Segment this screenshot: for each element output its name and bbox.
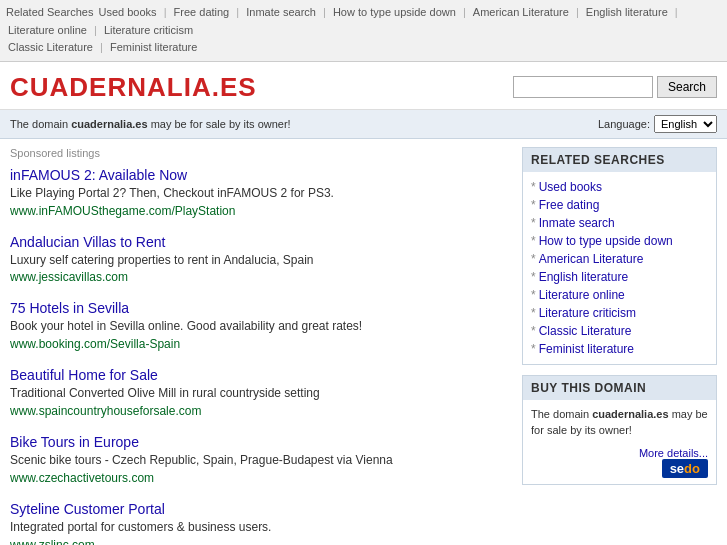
sep2: |	[236, 6, 242, 18]
sponsored-label: Sponsored listings	[10, 147, 510, 159]
bullet-5: *	[531, 270, 536, 284]
bullet-7: *	[531, 306, 536, 320]
bullet-1: *	[531, 198, 536, 212]
nav-link-used-books[interactable]: Used books	[99, 6, 157, 18]
related-searches-label: Related Searches	[6, 6, 93, 18]
buy-domain-text: The domain cuadernalia.es may be for sal…	[531, 406, 708, 439]
nav-link-classic-lit[interactable]: Classic Literature	[8, 41, 93, 53]
bullet-6: *	[531, 288, 536, 302]
left-content: Sponsored listings inFAMOUS 2: Available…	[10, 147, 510, 545]
ad-title-5[interactable]: Syteline Customer Portal	[10, 501, 165, 517]
nav-link-how-type[interactable]: How to type upside down	[333, 6, 456, 18]
sep8: |	[100, 41, 106, 53]
site-logo: CUADERNALIA.ES	[10, 72, 257, 103]
related-searches-box: RELATED SEARCHES *Used books *Free datin…	[522, 147, 717, 365]
main-content: Sponsored listings inFAMOUS 2: Available…	[0, 139, 727, 545]
nav-link-feminist-lit[interactable]: Feminist literature	[110, 41, 197, 53]
right-sidebar: RELATED SEARCHES *Used books *Free datin…	[522, 147, 717, 545]
ad-url-5: www.zslinc.com	[10, 538, 510, 545]
nav-link-lit-criticism[interactable]: Literature criticism	[104, 24, 193, 36]
buy-domain-title: BUY THIS DOMAIN	[523, 376, 716, 400]
ad-desc-1: Luxury self catering properties to rent …	[10, 252, 510, 269]
sedo-accent: do	[684, 461, 700, 476]
related-item-8[interactable]: *Classic Literature	[531, 322, 708, 340]
related-searches-content: *Used books *Free dating *Inmate search …	[523, 172, 716, 364]
sep5: |	[576, 6, 582, 18]
buy-domain-box: BUY THIS DOMAIN The domain cuadernalia.e…	[522, 375, 717, 485]
domain-name: cuadernalia.es	[71, 118, 147, 130]
bullet-9: *	[531, 342, 536, 356]
related-item-7[interactable]: *Literature criticism	[531, 304, 708, 322]
header: CUADERNALIA.ES Search	[0, 62, 727, 110]
ad-url-3: www.spaincountryhouseforsale.com	[10, 404, 510, 418]
bullet-4: *	[531, 252, 536, 266]
ad-desc-2: Book your hotel in Sevilla online. Good …	[10, 318, 510, 335]
ad-desc-5: Integrated portal for customers & busine…	[10, 519, 510, 536]
related-item-9[interactable]: *Feminist literature	[531, 340, 708, 358]
nav-link-free-dating[interactable]: Free dating	[174, 6, 230, 18]
sep6: |	[675, 6, 678, 18]
search-button[interactable]: Search	[657, 76, 717, 98]
sedo-logo-container: sedo	[531, 459, 708, 478]
ad-item-2: 75 Hotels in Sevilla Book your hotel in …	[10, 300, 510, 351]
ad-desc-3: Traditional Converted Olive Mill in rura…	[10, 385, 510, 402]
more-details-link[interactable]: More details...	[639, 447, 708, 459]
ad-title-4[interactable]: Bike Tours in Europe	[10, 434, 139, 450]
related-item-0[interactable]: *Used books	[531, 178, 708, 196]
ad-item-4: Bike Tours in Europe Scenic bike tours -…	[10, 434, 510, 485]
ad-item-1: Andalucian Villas to Rent Luxury self ca…	[10, 234, 510, 285]
sep1: |	[164, 6, 170, 18]
nav-link-inmate-search[interactable]: Inmate search	[246, 6, 316, 18]
bullet-3: *	[531, 234, 536, 248]
ad-title-3[interactable]: Beautiful Home for Sale	[10, 367, 158, 383]
related-item-5[interactable]: *English literature	[531, 268, 708, 286]
sep4: |	[463, 6, 469, 18]
search-input[interactable]	[513, 76, 653, 98]
buy-domain-content: The domain cuadernalia.es may be for sal…	[523, 400, 716, 484]
nav-link-lit-online[interactable]: Literature online	[8, 24, 87, 36]
language-dropdown[interactable]: English	[654, 115, 717, 133]
search-form: Search	[513, 76, 717, 98]
ad-title-1[interactable]: Andalucian Villas to Rent	[10, 234, 165, 250]
ad-item-5: Syteline Customer Portal Integrated port…	[10, 501, 510, 545]
nav-link-american-lit[interactable]: American Literature	[473, 6, 569, 18]
bullet-0: *	[531, 180, 536, 194]
sep3: |	[323, 6, 329, 18]
buy-domain-name: cuadernalia.es	[592, 408, 668, 420]
ad-url-4: www.czechactivetours.com	[10, 471, 510, 485]
related-item-2[interactable]: *Inmate search	[531, 214, 708, 232]
nav-link-english-lit[interactable]: English literature	[586, 6, 668, 18]
related-item-6[interactable]: *Literature online	[531, 286, 708, 304]
top-nav: Related Searches Used books | Free datin…	[0, 0, 727, 62]
ad-title-2[interactable]: 75 Hotels in Sevilla	[10, 300, 129, 316]
related-item-3[interactable]: *How to type upside down	[531, 232, 708, 250]
related-item-1[interactable]: *Free dating	[531, 196, 708, 214]
domain-notice-text: The domain cuadernalia.es may be for sal…	[10, 118, 291, 130]
ad-url-2: www.booking.com/Sevilla-Spain	[10, 337, 510, 351]
language-label: Language:	[598, 118, 650, 130]
ad-item-0: inFAMOUS 2: Available Now Like Playing P…	[10, 167, 510, 218]
ad-desc-4: Scenic bike tours - Czech Republic, Spai…	[10, 452, 510, 469]
sedo-badge: sedo	[662, 459, 708, 478]
ad-title-0[interactable]: inFAMOUS 2: Available Now	[10, 167, 187, 183]
language-selector: Language: English	[598, 115, 717, 133]
domain-notice: The domain cuadernalia.es may be for sal…	[0, 110, 727, 139]
bullet-8: *	[531, 324, 536, 338]
ad-item-3: Beautiful Home for Sale Traditional Conv…	[10, 367, 510, 418]
sep7: |	[94, 24, 100, 36]
bullet-2: *	[531, 216, 536, 230]
ad-url-1: www.jessicavillas.com	[10, 270, 510, 284]
related-item-4[interactable]: *American Literature	[531, 250, 708, 268]
ad-url-0: www.inFAMOUSthegame.com/PlayStation	[10, 204, 510, 218]
ad-desc-0: Like Playing Portal 2? Then, Checkout in…	[10, 185, 510, 202]
related-searches-title: RELATED SEARCHES	[523, 148, 716, 172]
